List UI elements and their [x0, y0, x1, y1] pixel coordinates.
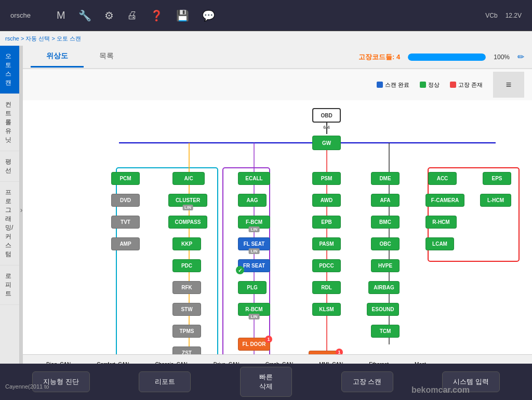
toolbar-right: VCb 12.2V	[485, 12, 522, 19]
sidebar-item-flat[interactable]: 평선	[0, 151, 19, 182]
toolbar: orsche M 🔧 ⚙ 🖨 ❓ 💾 💬 VCb 12.2V	[0, 0, 532, 31]
print-icon[interactable]: 🖨	[127, 9, 137, 22]
node-tpms[interactable]: TPMS	[172, 325, 201, 338]
edit-icon[interactable]: ✏	[517, 52, 524, 62]
node-pasm[interactable]: PASM	[312, 237, 341, 250]
fault-count-label: 고장코드들: 4	[358, 52, 400, 62]
node-dme[interactable]: DME	[371, 172, 400, 185]
sidebar-item-profit[interactable]: 로피트	[0, 265, 19, 305]
btn-fault-scan[interactable]: 고장 스캔	[341, 371, 393, 392]
node-hvpe[interactable]: HVPE	[371, 259, 400, 272]
vcb-label: VCb	[485, 12, 497, 19]
node-airbag[interactable]: AIRBAG	[368, 281, 400, 294]
node-pdcc[interactable]: PDCC	[312, 259, 341, 272]
tab-topology[interactable]: 위상도	[31, 46, 84, 68]
node-pcm[interactable]: PCM	[111, 172, 140, 185]
node-rfk[interactable]: RFK	[172, 281, 201, 294]
node-pdc[interactable]: PDC	[172, 259, 201, 272]
node-afa[interactable]: AFA	[371, 194, 400, 207]
tab-list[interactable]: 목록	[84, 46, 129, 68]
node-awd[interactable]: AWD	[312, 194, 341, 207]
node-rdl[interactable]: RDL	[312, 281, 341, 294]
node-esound[interactable]: ESOUND	[367, 303, 399, 316]
node-compass[interactable]: COMPASS	[168, 216, 207, 229]
node-rhcm[interactable]: R-HCM	[425, 216, 457, 229]
node-ac[interactable]: A/C	[172, 172, 205, 185]
node-fbcm[interactable]: F-BCM LIN	[238, 216, 270, 229]
node-tcm[interactable]: TCM	[371, 325, 400, 338]
node-ecall[interactable]: ECALL	[238, 172, 270, 185]
breadcrumb: rsche > 자동 선택 > 오토 스캔	[0, 31, 532, 46]
mode-icon[interactable]: M	[57, 9, 65, 22]
legend-fault: 고장 존재	[450, 81, 483, 89]
node-psm[interactable]: PSM	[312, 172, 341, 185]
node-obd[interactable]: OBD 6/4	[312, 108, 341, 123]
node-obc[interactable]: OBC	[371, 237, 400, 250]
tab-right: 고장코드들: 4 100% ✏	[358, 52, 524, 62]
node-bmc[interactable]: BMC	[371, 216, 400, 229]
node-cluster[interactable]: CLUSTER LIN	[168, 194, 207, 207]
content-area: 위상도 목록 고장코드들: 4 100% ✏ 스캔 완료 정상	[23, 46, 532, 374]
node-epb[interactable]: EPB	[312, 216, 341, 229]
sidebar-item-programming[interactable]: 프로그래밍/커스텀	[0, 182, 19, 265]
node-klsm[interactable]: KLSM	[312, 303, 341, 316]
legend-top: 스캔 완료 정상 고장 존재 ≡	[23, 69, 532, 100]
btn-report[interactable]: 리포트	[139, 371, 191, 392]
bottom-buttons-bar: Cayenne(2011 to 지능형 진단 리포트 빠른삭제 고장 스캔 시스…	[0, 364, 532, 400]
node-amp[interactable]: AMP	[111, 237, 140, 250]
voltage-label: 12.2V	[506, 12, 522, 19]
node-frseat[interactable]: FR SEAT ✓	[238, 259, 270, 272]
main-layout: 오토 스캔 컨트롤 유닛 평선 프로그래밍/커스텀 로피트 › 위상도 목록 고…	[0, 46, 532, 374]
legend-scan-done: 스캔 완료	[377, 81, 409, 89]
node-aag[interactable]: AAG	[238, 194, 267, 207]
brand-label: orsche	[10, 11, 31, 19]
node-rbcm[interactable]: R-BCM LIN	[238, 303, 270, 316]
node-flseat[interactable]: FL SEAT LIN	[238, 237, 270, 250]
node-fcamera[interactable]: F-CAMERA	[425, 194, 464, 207]
diagram-area: OBD 6/4 GW PCM A/C ECALL PSM DME ACC EPS…	[23, 100, 532, 354]
sidebar-item-control[interactable]: 컨트롤 유닛	[0, 94, 19, 151]
tools-icon[interactable]: 🔧	[78, 9, 91, 22]
node-dvd[interactable]: DVD	[111, 194, 140, 207]
node-eps[interactable]: EPS	[483, 172, 511, 185]
node-stw[interactable]: STW	[172, 303, 201, 316]
sidebar-item-autoscan[interactable]: 오토 스캔	[0, 46, 19, 94]
sidebar: 오토 스캔 컨트롤 유닛 평선 프로그래밍/커스텀 로피트	[0, 46, 20, 374]
node-acc[interactable]: ACC	[428, 172, 457, 185]
node-lhcm[interactable]: L-HCM	[480, 194, 511, 207]
save-icon[interactable]: 💾	[176, 9, 189, 22]
btn-quick-delete[interactable]: 빠른삭제	[240, 367, 292, 397]
message-icon[interactable]: 💬	[202, 9, 215, 22]
progress-bar	[408, 54, 486, 61]
node-plg[interactable]: PLG	[238, 281, 267, 294]
breadcrumb-path: rsche > 자동 선택 > 오토 스캔	[5, 35, 81, 43]
progress-label: 100%	[494, 54, 510, 61]
watermark: bekomcar.com	[411, 385, 470, 395]
settings-icon[interactable]: ⚙	[104, 9, 114, 22]
network-diagram: OBD 6/4 GW PCM A/C ECALL PSM DME ACC EPS…	[28, 105, 527, 354]
toolbar-icons: M 🔧 ⚙ 🖨 ❓ 💾 💬	[57, 9, 215, 22]
node-kkp[interactable]: KKP	[172, 237, 201, 250]
node-tvt[interactable]: TVT	[111, 216, 140, 229]
model-label: Cayenne(2011 to	[5, 383, 49, 390]
tabs-bar: 위상도 목록 고장코드들: 4 100% ✏	[23, 46, 532, 69]
node-gw[interactable]: GW	[312, 136, 341, 150]
node-zst[interactable]: ZST	[172, 346, 201, 354]
legend-normal: 정상	[420, 81, 440, 89]
help-icon[interactable]: ❓	[150, 9, 163, 22]
menu-button[interactable]: ≡	[493, 72, 524, 98]
node-rldoor[interactable]: RL DOOR 1	[309, 351, 341, 354]
node-lcam[interactable]: LCAM	[425, 237, 454, 250]
node-fldoor[interactable]: FL DOOR 1	[238, 338, 270, 351]
